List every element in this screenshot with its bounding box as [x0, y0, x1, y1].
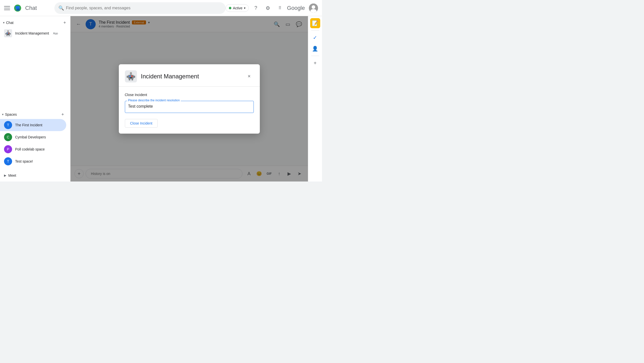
modal: Incident Management × Close Incident Ple… [119, 64, 260, 134]
chat-chevron-icon: ▾ [3, 21, 5, 24]
svg-rect-11 [5, 33, 6, 35]
settings-icon[interactable]: ⚙ [263, 3, 273, 13]
user-avatar[interactable] [309, 4, 318, 13]
status-button[interactable]: Active ▾ [226, 4, 249, 12]
right-panel: 📝 ✓ 👤 + [308, 16, 322, 182]
search-icon: 🔍 [58, 5, 64, 11]
svg-rect-6 [7, 33, 8, 34]
app-badge: App [53, 32, 58, 35]
space-label-cymbal-developers: Cymbal Developers [15, 135, 46, 139]
space-item-cymbal-developers[interactable]: C Cymbal Developers [0, 131, 66, 143]
search-bar[interactable]: 🔍 [54, 2, 226, 14]
svg-point-10 [7, 30, 9, 32]
svg-rect-18 [131, 76, 133, 77]
resolution-input[interactable] [128, 103, 251, 110]
svg-rect-13 [7, 35, 8, 36]
right-panel-add-icon[interactable]: + [310, 58, 320, 68]
svg-rect-12 [10, 33, 11, 35]
meet-chevron-icon: ▶ [4, 174, 6, 177]
modal-section-label: Close Incident [125, 93, 254, 97]
modal-header: Incident Management × [119, 64, 260, 87]
space-avatar-t2: T [4, 157, 12, 165]
svg-rect-8 [7, 34, 9, 35]
chat-section-label: Chat [6, 21, 14, 25]
hamburger-menu-icon[interactable] [4, 5, 10, 11]
meet-item[interactable]: ▶ Meet [0, 171, 70, 179]
apps-icon[interactable]: ⠿ [275, 3, 285, 13]
right-panel-people-icon[interactable]: 👤 [310, 44, 320, 54]
field-legend: Please describe the incident resolution [127, 99, 181, 102]
modal-robot-icon [125, 70, 137, 82]
svg-rect-14 [9, 35, 10, 36]
svg-rect-23 [134, 76, 135, 78]
space-item-the-first-incident[interactable]: T The First Incident [0, 119, 66, 131]
close-incident-button[interactable]: Close Incident [125, 119, 158, 128]
modal-body: Close Incident Please describe the incid… [119, 87, 260, 134]
svg-rect-16 [128, 75, 134, 79]
right-panel-notes-icon[interactable]: 📝 [310, 18, 320, 28]
status-label: Active [233, 6, 242, 10]
content-area: ← T The First Incident External ▾ 4 memb… [70, 16, 308, 182]
svg-rect-25 [131, 79, 133, 80]
space-avatar-c: C [4, 133, 12, 141]
space-item-poll-codelab[interactable]: P Poll codelab space [0, 143, 66, 155]
incident-management-app-item[interactable]: Incident Management App [0, 27, 70, 39]
spaces-chevron-icon: ▾ [2, 113, 4, 116]
space-item-test-space[interactable]: T Test space! [0, 155, 66, 167]
svg-rect-19 [130, 77, 132, 78]
svg-rect-17 [129, 76, 131, 77]
top-bar-right: Active ▾ ? ⚙ ⠿ Google [226, 3, 318, 13]
top-bar: Chat 🔍 Active ▾ ? ⚙ ⠿ Google [0, 0, 322, 16]
top-bar-left: Chat [4, 4, 54, 13]
right-panel-divider-1 [311, 30, 319, 31]
svg-rect-22 [127, 76, 128, 78]
modal-fieldset: Please describe the incident resolution [125, 101, 254, 113]
modal-title: Incident Management [141, 73, 241, 80]
chat-section-header: ▾ Chat + [0, 18, 70, 27]
space-label-poll-codelab: Poll codelab space [15, 147, 45, 151]
chevron-down-icon: ▾ [244, 6, 245, 10]
app-title: Chat [25, 5, 37, 11]
spaces-section-header: ▾ Spaces + [0, 110, 70, 119]
help-icon[interactable]: ? [251, 3, 261, 13]
chat-add-button[interactable]: + [61, 19, 68, 26]
incident-management-label: Incident Management [15, 31, 49, 35]
spaces-section-label: Spaces [5, 112, 59, 116]
meet-section: ▶ Meet [0, 169, 70, 182]
right-panel-divider-2 [311, 56, 319, 56]
google-logo: Google [287, 5, 305, 11]
space-label-test-space: Test space! [15, 159, 33, 163]
modal-overlay: Incident Management × Close Incident Ple… [70, 16, 308, 182]
space-avatar-t1: T [4, 121, 12, 129]
svg-point-21 [130, 72, 132, 74]
spaces-section: ▾ Spaces + T The First Incident C Cymbal… [0, 108, 70, 169]
svg-rect-24 [129, 79, 130, 80]
main-layout: ▾ Chat + [0, 16, 322, 182]
svg-rect-5 [6, 32, 10, 35]
search-input[interactable] [66, 6, 222, 10]
sidebar: ▾ Chat + [0, 16, 70, 182]
svg-rect-7 [8, 33, 9, 34]
space-label-the-first-incident: The First Incident [15, 123, 42, 127]
spaces-add-button[interactable]: + [59, 111, 66, 118]
modal-close-button[interactable]: × [245, 72, 254, 81]
app-logo [13, 4, 22, 13]
svg-point-2 [312, 5, 315, 9]
space-avatar-p: P [4, 145, 12, 153]
status-dot [229, 7, 231, 9]
meet-label: Meet [8, 173, 16, 177]
chat-section: ▾ Chat + [0, 16, 70, 41]
right-panel-tasks-icon[interactable]: ✓ [310, 33, 320, 43]
